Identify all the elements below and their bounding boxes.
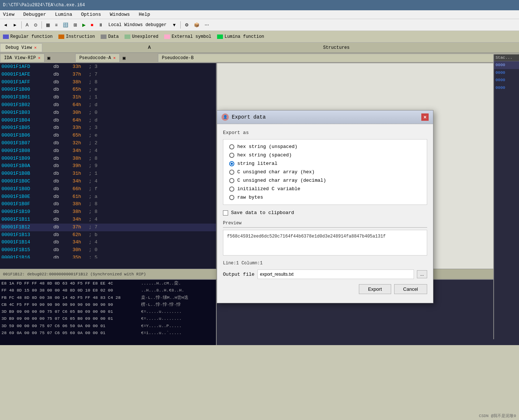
- ida-addr: 00001F1B0B: [1, 170, 42, 178]
- toolbar-btn1[interactable]: A: [24, 21, 30, 29]
- toolbar-forward[interactable]: ►: [11, 21, 19, 29]
- option-hex-unspaced[interactable]: hex string (unspaced): [229, 144, 421, 149]
- ida-comment: ; 1: [86, 94, 97, 101]
- save-clipboard-row: Save data to clipboard: [223, 210, 427, 216]
- ida-row: 00001F1B0E db 61h ; a: [0, 193, 216, 201]
- dialog-close-button[interactable]: ×: [421, 113, 429, 121]
- ida-row: 00001F1B14 db 34h ; 4: [0, 239, 216, 246]
- label-string-literal: string literal: [237, 161, 277, 166]
- ida-val: 38h: [64, 79, 86, 86]
- toolbar-settings[interactable]: ⚙: [183, 21, 191, 29]
- toolbar-pause[interactable]: ⏸: [97, 21, 105, 29]
- menu-view[interactable]: View: [1, 11, 16, 18]
- ida-content[interactable]: 00001F1AFD db 33h ; 300001F1AFE db 37h ;…: [0, 63, 216, 258]
- ida-val: 31h: [64, 94, 86, 101]
- toolbar-modules[interactable]: 📦: [192, 21, 201, 29]
- menu-help[interactable]: Help: [137, 11, 152, 18]
- line-col-info: Line:1 Column:1: [223, 261, 427, 266]
- radio-raw-bytes[interactable]: [229, 195, 234, 200]
- tab-pseudocode-b[interactable]: Pseudocode-B: [158, 54, 519, 62]
- ida-row: 00001F1B02 db 64h ; d: [0, 101, 216, 109]
- label-init-c-var: initialized C variable: [237, 186, 300, 192]
- option-string-literal[interactable]: string literal: [229, 161, 421, 166]
- toolbar-graph[interactable]: ▦: [44, 21, 52, 29]
- radio-c-unsigned-hex[interactable]: [229, 170, 234, 175]
- option-c-unsigned-dec[interactable]: C unsigned char array (decimal): [229, 178, 421, 183]
- label-hex-unspaced: hex string (unspaced): [237, 144, 298, 149]
- hex-ascii: €=.....u........: [141, 315, 181, 322]
- ida-row: 00001F1B11 db 34h ; 4: [0, 216, 216, 224]
- ida-instr: db: [42, 231, 64, 239]
- ida-comment: ; 8: [86, 208, 97, 216]
- toolbar: ◄ ► A ⊙ ▦ ≡ 🔢 ⊞ ▶ ■ ⏸ Local Windows debu…: [0, 19, 519, 31]
- radio-init-c-var[interactable]: [229, 187, 234, 192]
- option-c-unsigned-hex[interactable]: C unsigned char array (hex): [229, 169, 421, 175]
- toolbar-back[interactable]: ◄: [1, 21, 10, 29]
- output-file-browse-button[interactable]: ...: [417, 270, 427, 278]
- toolbar-sep1: [21, 21, 22, 29]
- ida-comment: ; 2: [86, 140, 97, 147]
- ida-addr: 00001F1B10: [1, 208, 42, 216]
- option-hex-spaced[interactable]: hex string (spaced): [229, 152, 421, 158]
- ida-view-close[interactable]: ✕: [38, 55, 40, 60]
- ida-instr: db: [42, 200, 64, 208]
- ida-row: 00001F1B06 db 65h ; e: [0, 132, 216, 140]
- option-raw-bytes[interactable]: raw bytes: [229, 195, 421, 200]
- toolbar-btn2[interactable]: ⊙: [32, 21, 39, 29]
- hex-bytes: FB FC 48 8D 8D 00 38 00 14 4D F5 FF 48 8…: [1, 294, 141, 301]
- pseudocode-a-close[interactable]: ✕: [113, 55, 116, 60]
- pseudocode-b-label: Pseudocode-B: [162, 55, 194, 61]
- radio-string-literal[interactable]: [229, 161, 234, 166]
- menu-windows[interactable]: Windows: [108, 11, 131, 18]
- ida-instr: db: [42, 178, 64, 185]
- legend-regular-function-label: Regular function: [10, 34, 53, 39]
- ida-addr: 00001F1AFE: [1, 71, 42, 79]
- legend-regular-function-color: [3, 35, 9, 39]
- cancel-button[interactable]: Cancel: [394, 284, 427, 294]
- toolbar-decompile[interactable]: ⊞: [72, 21, 79, 29]
- ida-comment: ; 7: [86, 71, 97, 79]
- toolbar-more[interactable]: ⋯: [203, 21, 211, 29]
- hex-ascii: €=.....u........: [141, 308, 181, 315]
- ida-row: 00001F1B09 db 38h ; 8: [0, 155, 216, 163]
- tab-ida-view[interactable]: IDA View-RIP ✕: [0, 54, 44, 62]
- ida-comment: ; 4: [86, 178, 97, 185]
- ida-comment: ; 7: [86, 224, 97, 231]
- output-file-input[interactable]: [257, 269, 414, 279]
- menu-lumina[interactable]: Lumina: [54, 11, 74, 18]
- tab-pseudocode-a[interactable]: Pseudocode-A ✕: [75, 54, 120, 62]
- ida-addr: 00001F1AFF: [1, 79, 42, 86]
- save-clipboard-checkbox[interactable]: [223, 210, 228, 216]
- option-init-c-var[interactable]: initialized C variable: [229, 186, 421, 192]
- hex-bytes: FF 48 8D 15 80 38 00 00 48 8D 0D 10 E8 0…: [1, 287, 141, 293]
- hex-row: 3D B9 09 00 00 00 75 07 C6 05 B0 09 00 0…: [0, 308, 216, 315]
- hex-row: CB 4C F5 FF 90 90 90 90 90 90 90 90 90 9…: [0, 301, 216, 308]
- menu-options[interactable]: Options: [79, 11, 102, 18]
- ida-row: 00001F1B00 db 65h ; e: [0, 86, 216, 94]
- hex-ascii: 桒·L..悖·绨M..H尝H迭: [141, 294, 188, 301]
- ida-addr: 00001F1B00: [1, 86, 42, 94]
- toolbar-hex[interactable]: 🔢: [61, 21, 70, 29]
- export-button[interactable]: Export: [359, 284, 391, 294]
- ida-row: 00001F1B13 db 62h ; b: [0, 231, 216, 239]
- ida-instr: db: [42, 124, 64, 132]
- hex-panel[interactable]: E8 1A FD FF FF 48 8D 0D 63 4D F5 FF E8 E…: [0, 280, 217, 345]
- toolbar-dropdown[interactable]: ▼: [170, 21, 179, 29]
- ida-row: 00001F1B04 db 64h ; d: [0, 117, 216, 124]
- toolbar-stop[interactable]: ■: [89, 21, 95, 29]
- radio-hex-unspaced[interactable]: [229, 144, 234, 149]
- ida-comment: ; 5: [86, 254, 97, 258]
- debug-view-close[interactable]: ✕: [34, 45, 37, 50]
- legend-unexplored-label: Unexplored: [132, 34, 158, 39]
- export-options-box: hex string (unspaced) hex string (spaced…: [223, 139, 427, 205]
- toolbar-run[interactable]: ▶: [80, 21, 87, 29]
- menu-debugger[interactable]: Debugger: [22, 11, 47, 18]
- radio-hex-spaced[interactable]: [229, 153, 234, 158]
- save-clipboard-label: Save data to clipboard: [231, 210, 294, 216]
- toolbar-list[interactable]: ≡: [53, 21, 60, 29]
- tab-debug-view[interactable]: Debug View ✕: [0, 43, 42, 52]
- radio-c-unsigned-dec[interactable]: [229, 178, 234, 183]
- tab-c-icon: ▣: [120, 55, 129, 61]
- ida-instr: db: [42, 170, 64, 178]
- legend-instruction: Instruction: [58, 34, 95, 39]
